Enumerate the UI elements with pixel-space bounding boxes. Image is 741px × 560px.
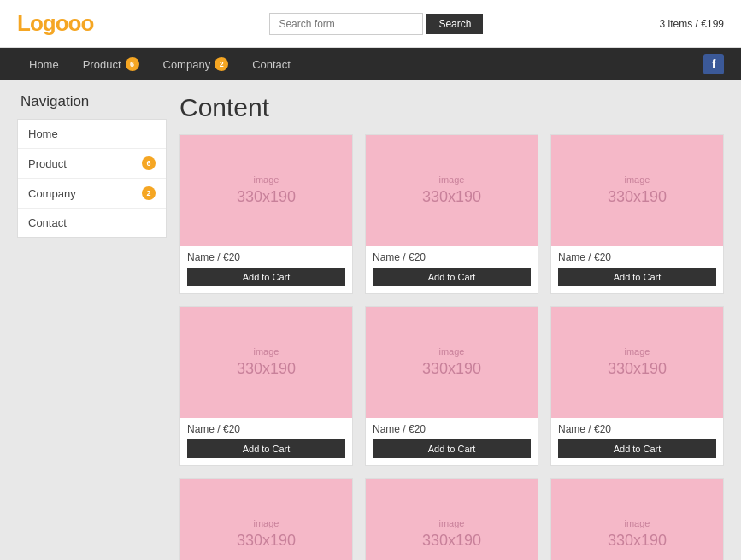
- product-image-label: image: [254, 517, 279, 530]
- product-image: image330x190: [551, 307, 723, 418]
- product-card: image330x190Name / €20Add to Cart: [179, 134, 353, 294]
- product-image-size: 330x190: [237, 186, 296, 208]
- product-info: Name / €20Add to Cart: [366, 246, 538, 293]
- product-image: image330x190: [551, 479, 723, 560]
- product-image-size: 330x190: [422, 530, 481, 551]
- product-image: image330x190: [180, 479, 352, 560]
- product-image: image330x190: [366, 479, 538, 560]
- product-card: image330x190Name / €20Add to Cart: [179, 478, 353, 560]
- product-name: Name / €20: [373, 423, 531, 435]
- nav-item-home[interactable]: Home: [17, 50, 71, 80]
- product-image: image330x190: [366, 135, 538, 246]
- product-info: Name / €20Add to Cart: [180, 246, 352, 293]
- cart-info: 3 items / €199: [660, 18, 724, 30]
- nav-badge: 6: [126, 57, 139, 71]
- product-image-size: 330x190: [608, 186, 667, 208]
- sidebar-item-label: Product: [28, 157, 67, 170]
- add-to-cart-button[interactable]: Add to Cart: [373, 439, 531, 458]
- product-name: Name / €20: [558, 251, 716, 263]
- product-card: image330x190Name / €20Add to Cart: [365, 306, 538, 466]
- product-image: image330x190: [180, 307, 352, 418]
- product-name: Name / €20: [187, 423, 345, 435]
- product-image-label: image: [439, 517, 465, 530]
- nav-badge: 2: [215, 57, 228, 71]
- product-card: image330x190Name / €20Add to Cart: [179, 306, 353, 466]
- product-card: image330x190Name / €20Add to Cart: [365, 478, 538, 560]
- product-card: image330x190Name / €20Add to Cart: [365, 134, 538, 294]
- main-content: Navigation HomeProduct6Company2Contact C…: [0, 80, 741, 560]
- logo-text: Logooo: [17, 10, 93, 36]
- product-image-label: image: [625, 345, 650, 358]
- product-image-label: image: [625, 174, 650, 186]
- product-name: Name / €20: [558, 423, 716, 435]
- search-input[interactable]: [269, 13, 423, 35]
- product-image-size: 330x190: [237, 530, 296, 551]
- facebook-icon[interactable]: f: [703, 54, 724, 74]
- sidebar-item-company[interactable]: Company2: [18, 179, 166, 209]
- header: Logooo Search 3 items / €199: [0, 0, 741, 48]
- product-image-label: image: [254, 174, 279, 186]
- sidebar-item-label: Home: [28, 127, 58, 140]
- search-area: Search: [269, 13, 483, 35]
- product-image: image330x190: [551, 135, 723, 246]
- sidebar-badge: 2: [142, 186, 156, 200]
- sidebar-item-label: Contact: [28, 216, 67, 229]
- add-to-cart-button[interactable]: Add to Cart: [187, 439, 345, 458]
- add-to-cart-button[interactable]: Add to Cart: [558, 268, 716, 286]
- product-info: Name / €20Add to Cart: [180, 418, 352, 465]
- product-image-size: 330x190: [422, 358, 481, 380]
- nav-item-company[interactable]: Company2: [151, 49, 241, 80]
- nav-item-product[interactable]: Product6: [71, 49, 151, 80]
- product-info: Name / €20Add to Cart: [551, 418, 723, 465]
- product-image-size: 330x190: [422, 186, 481, 208]
- product-image-label: image: [439, 174, 465, 186]
- nav-item-contact[interactable]: Contact: [240, 50, 303, 80]
- product-image-size: 330x190: [608, 530, 667, 551]
- navbar: HomeProduct6Company2Contact f: [0, 48, 741, 80]
- product-name: Name / €20: [187, 251, 345, 263]
- product-image-label: image: [254, 345, 279, 358]
- product-name: Name / €20: [373, 251, 531, 263]
- sidebar: Navigation HomeProduct6Company2Contact: [17, 93, 167, 560]
- content-title: Content: [179, 93, 724, 122]
- sidebar-title: Navigation: [17, 93, 167, 110]
- add-to-cart-button[interactable]: Add to Cart: [187, 268, 345, 286]
- product-image-label: image: [625, 517, 650, 530]
- sidebar-item-product[interactable]: Product6: [18, 149, 166, 179]
- search-button[interactable]: Search: [426, 14, 483, 34]
- sidebar-item-label: Company: [28, 187, 76, 200]
- sidebar-item-home[interactable]: Home: [18, 120, 166, 149]
- sidebar-nav: HomeProduct6Company2Contact: [17, 119, 167, 238]
- product-card: image330x190Name / €20Add to Cart: [550, 306, 724, 466]
- add-to-cart-button[interactable]: Add to Cart: [373, 268, 531, 286]
- add-to-cart-button[interactable]: Add to Cart: [558, 439, 716, 458]
- logo: Logooo: [17, 10, 93, 37]
- content-area: Content image330x190Name / €20Add to Car…: [179, 93, 724, 560]
- product-image-size: 330x190: [608, 358, 667, 380]
- product-card: image330x190Name / €20Add to Cart: [550, 478, 724, 560]
- products-grid: image330x190Name / €20Add to Cartimage33…: [179, 134, 724, 560]
- product-image: image330x190: [366, 307, 538, 418]
- sidebar-badge: 6: [142, 156, 156, 170]
- product-image-size: 330x190: [237, 358, 296, 380]
- product-image: image330x190: [180, 135, 352, 246]
- product-info: Name / €20Add to Cart: [551, 246, 723, 293]
- product-card: image330x190Name / €20Add to Cart: [550, 134, 724, 294]
- sidebar-item-contact[interactable]: Contact: [18, 209, 166, 237]
- product-info: Name / €20Add to Cart: [366, 418, 538, 465]
- product-image-label: image: [439, 345, 465, 358]
- nav-items: HomeProduct6Company2Contact: [17, 49, 703, 80]
